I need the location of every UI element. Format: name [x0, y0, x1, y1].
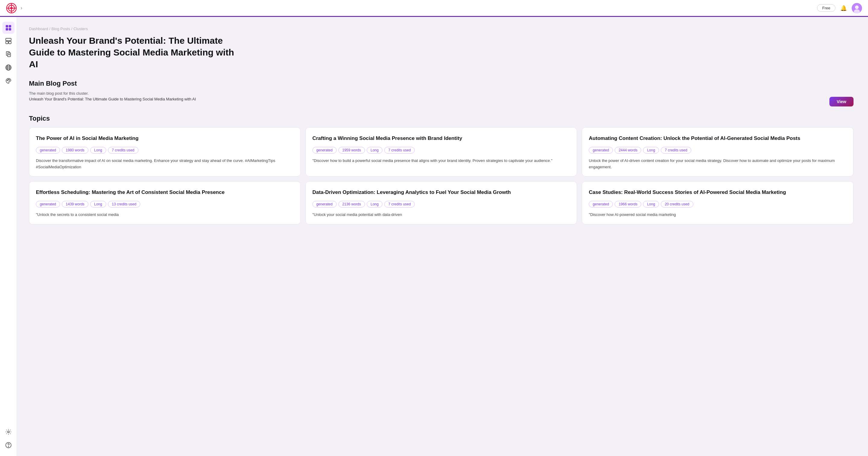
main-blog-post-section: Main Blog Post — [29, 80, 854, 90]
svg-point-30 — [8, 446, 9, 447]
card-5-description: "Unlock your social media potential with… — [312, 212, 570, 218]
card-6-tag-generated: generated — [589, 201, 613, 208]
card-4-tag-length: Long — [90, 201, 106, 208]
notification-bell-icon[interactable]: 🔔 — [840, 5, 847, 11]
topic-card-2: Crafting a Winning Social Media Presence… — [306, 127, 577, 176]
main-layout: Dashboard / Blog Posts / Clusters Unleas… — [0, 17, 868, 456]
card-1-tag-words: 1980 words — [62, 147, 88, 153]
topic-card-6: Case Studies: Real-World Success Stories… — [582, 181, 854, 224]
svg-point-28 — [7, 431, 9, 433]
card-1-tag-length: Long — [90, 147, 106, 153]
svg-rect-9 — [6, 25, 8, 27]
sidebar-item-settings[interactable] — [2, 426, 14, 438]
card-2-tag-length: Long — [367, 147, 383, 153]
topbar-left: › — [6, 3, 22, 13]
topics-heading: Topics — [29, 115, 854, 122]
card-1-tags: generated 1980 words Long 7 credits used — [36, 147, 294, 153]
card-2-tags: generated 1959 words Long 7 credits used — [312, 147, 570, 153]
sidebar-top — [2, 22, 14, 87]
svg-rect-14 — [6, 41, 8, 44]
card-1-tag-credits: 7 credits used — [108, 147, 138, 153]
main-blog-post-title: Main Blog Post — [29, 80, 77, 88]
card-4-title: Effortless Scheduling: Mastering the Art… — [36, 189, 294, 196]
card-5-tag-generated: generated — [312, 201, 337, 208]
page-title: Unleash Your Brand's Potential: The Ulti… — [29, 35, 240, 70]
breadcrumb: Dashboard / Blog Posts / Clusters — [29, 27, 854, 31]
svg-rect-15 — [9, 41, 11, 44]
topic-card-3: Automating Content Creation: Unlock the … — [582, 127, 854, 176]
svg-point-27 — [9, 80, 9, 80]
breadcrumb-part-3[interactable]: Clusters — [73, 27, 88, 31]
avatar[interactable] — [852, 3, 862, 13]
sidebar — [0, 17, 17, 456]
topic-card-5: Data-Driven Optimization: Leveraging Ana… — [306, 181, 577, 224]
svg-rect-13 — [6, 38, 11, 41]
card-3-tag-length: Long — [643, 147, 659, 153]
expand-chevron[interactable]: › — [21, 5, 22, 11]
logo[interactable] — [6, 3, 17, 13]
card-3-tags: generated 2444 words Long 7 credits used — [589, 147, 846, 153]
card-2-title: Crafting a Winning Social Media Presence… — [312, 135, 570, 142]
svg-point-7 — [855, 5, 859, 9]
card-4-tag-words: 1439 words — [62, 201, 88, 208]
card-6-tag-credits: 20 credits used — [661, 201, 693, 208]
card-6-description: "Discover how AI-powered social media ma… — [589, 212, 846, 218]
main-blog-post-header-text: Main Blog Post — [29, 80, 77, 90]
sidebar-bottom — [2, 426, 14, 451]
card-1-tag-generated: generated — [36, 147, 60, 153]
card-6-tag-words: 1966 words — [615, 201, 641, 208]
free-badge[interactable]: Free — [817, 4, 835, 12]
card-2-tag-credits: 7 credits used — [384, 147, 415, 153]
card-2-tag-generated: generated — [312, 147, 337, 153]
topbar-right: Free 🔔 — [817, 3, 862, 13]
card-6-tags: generated 1966 words Long 20 credits use… — [589, 201, 846, 208]
svg-rect-11 — [6, 28, 8, 30]
card-5-tags: generated 2136 words Long 7 credits used — [312, 201, 570, 208]
card-3-tag-generated: generated — [589, 147, 613, 153]
svg-rect-10 — [9, 25, 11, 27]
svg-point-25 — [7, 80, 7, 81]
topics-cards-grid: The Power of AI in Social Media Marketin… — [29, 127, 854, 224]
svg-point-26 — [7, 79, 8, 80]
card-2-description: "Discover how to build a powerful social… — [312, 158, 570, 164]
main-content: Dashboard / Blog Posts / Clusters Unleas… — [17, 17, 868, 456]
card-3-description: Unlock the power of AI-driven content cr… — [589, 158, 846, 171]
sidebar-item-dashboard[interactable] — [2, 22, 14, 34]
sidebar-item-palette[interactable] — [2, 75, 14, 87]
card-3-title: Automating Content Creation: Unlock the … — [589, 135, 846, 142]
card-1-description: Discover the transformative impact of AI… — [36, 158, 294, 171]
card-6-title: Case Studies: Real-World Success Stories… — [589, 189, 846, 196]
view-button[interactable]: View — [829, 97, 854, 107]
card-4-tags: generated 1439 words Long 13 credits use… — [36, 201, 294, 208]
card-5-tag-words: 2136 words — [338, 201, 365, 208]
card-3-tag-credits: 7 credits used — [661, 147, 691, 153]
card-5-tag-credits: 7 credits used — [384, 201, 415, 208]
card-4-tag-credits: 13 credits used — [108, 201, 140, 208]
main-blog-post-subtitle: The main blog post for this cluster. — [29, 91, 854, 96]
card-2-tag-words: 1959 words — [338, 147, 365, 153]
topic-card-4: Effortless Scheduling: Mastering the Art… — [29, 181, 301, 224]
card-4-description: "Unlock the secrets to a consistent soci… — [36, 212, 294, 218]
sidebar-item-help[interactable] — [2, 439, 14, 451]
sidebar-item-layouts[interactable] — [2, 35, 14, 47]
breadcrumb-part-1[interactable]: Dashboard — [29, 27, 48, 31]
card-4-tag-generated: generated — [36, 201, 60, 208]
svg-rect-12 — [9, 28, 11, 30]
card-1-title: The Power of AI in Social Media Marketin… — [36, 135, 294, 142]
topic-card-1: The Power of AI in Social Media Marketin… — [29, 127, 301, 176]
card-6-tag-length: Long — [643, 201, 659, 208]
topbar: › Free 🔔 — [0, 0, 868, 17]
sidebar-item-documents[interactable] — [2, 48, 14, 60]
card-3-tag-words: 2444 words — [615, 147, 641, 153]
main-blog-post-link[interactable]: Unleash Your Brand's Potential: The Ulti… — [29, 97, 196, 101]
breadcrumb-part-2[interactable]: Blog Posts — [51, 27, 70, 31]
card-5-tag-length: Long — [367, 201, 383, 208]
sidebar-item-globe[interactable] — [2, 62, 14, 73]
card-5-title: Data-Driven Optimization: Leveraging Ana… — [312, 189, 570, 196]
